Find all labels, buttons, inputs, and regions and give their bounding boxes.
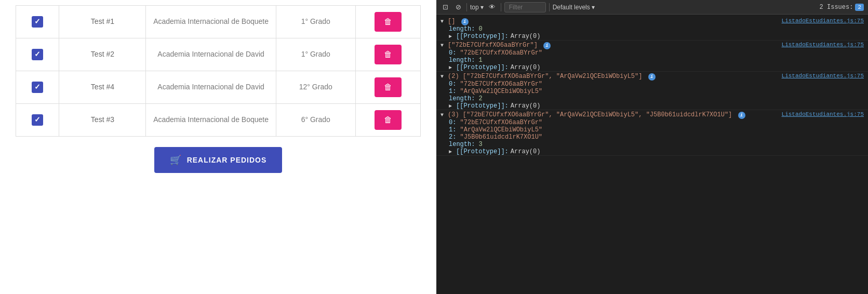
expand-arrow[interactable] (440, 43, 446, 48)
entry-label: [] i (448, 18, 469, 25)
proto-value: Array(0) (511, 148, 541, 155)
property-value: "72bE7CUfxfXO6aaBYrGr" (460, 119, 542, 126)
property-value: 3 (479, 141, 483, 148)
expand-arrow[interactable] (440, 74, 446, 79)
entry-label: (2) ["72bE7CUfxfXO6aaBYrGr", "ArQaVw2lQC… (448, 73, 656, 81)
school-name: Academia Internacional de Boquete (146, 104, 276, 137)
checkbox[interactable] (32, 16, 43, 28)
property-value: 2 (479, 95, 483, 102)
toolbar-icon-btn-2[interactable]: ⊘ (453, 2, 463, 12)
console-property: 0: "72bE7CUfxfXO6aaBYrGr" (436, 81, 868, 88)
devtools-content[interactable]: [] iListadoEstudiantes.js:75length: 0[[P… (436, 15, 868, 294)
table-row: Test #1Academia Internacional de Boquete… (16, 6, 421, 38)
grade-label: 6° Grado (276, 104, 355, 137)
property-value: 1 (479, 57, 483, 64)
source-link[interactable]: ListadoEstudiantes.js:75 (782, 18, 864, 24)
left-panel: Test #1Academia Internacional de Boquete… (0, 0, 436, 294)
issues-count: 2 (855, 4, 864, 11)
property-key: 0: (449, 49, 460, 57)
toolbar-separator-1 (466, 3, 467, 11)
source-link[interactable]: ListadoEstudiantes.js:75 (782, 42, 864, 48)
trash-icon: 🗑 (384, 115, 392, 125)
proto-value: Array(0) (511, 33, 541, 40)
proto-expand-arrow[interactable] (449, 65, 454, 71)
issues-badge: 2 Issues: 2 (820, 4, 864, 11)
entry-label: (3) ["72bE7CUfxfXO6aaBYrGr", "ArQaVw2lQC… (448, 111, 745, 119)
console-property: 0: "72bE7CUfxfXO6aaBYrGr" (436, 49, 868, 57)
console-property: length: 2 (436, 95, 868, 102)
info-icon[interactable]: i (461, 18, 469, 25)
delete-button[interactable]: 🗑 (375, 45, 402, 64)
expand-arrow[interactable] (440, 19, 446, 24)
school-name: Academia Internacional de David (146, 38, 276, 71)
default-levels-label: Default levels (553, 4, 590, 11)
console-entry: [] iListadoEstudiantes.js:75length: 0[[P… (436, 17, 868, 41)
students-table: Test #1Academia Internacional de Boquete… (16, 5, 421, 137)
top-selector[interactable]: top ▾ (470, 4, 484, 11)
delete-button[interactable]: 🗑 (375, 12, 402, 32)
property-key: length: (449, 57, 479, 64)
school-name: Academia Internacional de Boquete (146, 6, 276, 38)
console-property: [[Prototype]]: Array(0) (436, 102, 868, 110)
school-name: Academia Internacional de David (146, 71, 276, 104)
toolbar-separator-2 (501, 3, 501, 11)
top-label: top (470, 4, 479, 11)
property-key: 0: (449, 119, 460, 126)
grade-label: 1° Grado (276, 38, 355, 71)
proto-expand-arrow[interactable] (449, 149, 454, 155)
console-property: 1: "ArQaVw2lQCEbiWObiyL5" (436, 88, 868, 95)
property-key: length: (449, 95, 479, 102)
property-value: "ArQaVw2lQCEbiWObiyL5" (460, 126, 542, 133)
property-value: "J5B0b61uidcdlrK7XO1U" (460, 133, 542, 141)
info-icon[interactable]: i (648, 73, 656, 81)
console-property: [[Prototype]]: Array(0) (436, 148, 868, 155)
cart-icon: 🛒 (170, 154, 182, 166)
delete-button[interactable]: 🗑 (375, 110, 402, 130)
devtools-toolbar: ⊡ ⊘ top ▾ 👁 Default levels ▾ 2 Issues: 2 (436, 0, 868, 15)
toolbar-separator-3 (549, 3, 550, 11)
source-link[interactable]: ListadoEstudiantes.js:75 (782, 73, 864, 79)
entry-label: ["72bE7CUfxfXO6aaBYrGr"] i (448, 42, 551, 49)
property-key: 1: (449, 126, 460, 133)
default-levels-chevron: ▾ (592, 4, 595, 11)
grade-label: 12° Grado (276, 71, 355, 104)
order-button[interactable]: 🛒 REALIZAR PEDIDOS (154, 147, 283, 173)
property-key: 1: (449, 88, 460, 95)
property-value: 0 (479, 25, 483, 33)
expand-arrow[interactable] (440, 112, 446, 118)
console-entry: (3) ["72bE7CUfxfXO6aaBYrGr", "ArQaVw2lQC… (436, 110, 868, 156)
console-property: 2: "J5B0b61uidcdlrK7XO1U" (436, 133, 868, 141)
property-value: "72bE7CUfxfXO6aaBYrGr" (460, 49, 542, 57)
console-property: 0: "72bE7CUfxfXO6aaBYrGr" (436, 119, 868, 126)
eye-icon-btn[interactable]: 👁 (487, 2, 498, 12)
grade-label: 1° Grado (276, 6, 355, 38)
checkbox[interactable] (32, 114, 43, 126)
default-levels-btn[interactable]: Default levels ▾ (553, 4, 595, 11)
proto-expand-arrow[interactable] (449, 103, 454, 109)
trash-icon: 🗑 (384, 17, 392, 26)
checkbox[interactable] (32, 82, 43, 93)
source-link[interactable]: ListadoEstudiantes.js:75 (782, 111, 864, 117)
proto-expand-arrow[interactable] (449, 34, 454, 39)
proto-value: Array(0) (511, 102, 541, 110)
right-panel: ⊡ ⊘ top ▾ 👁 Default levels ▾ 2 Issues: 2… (436, 0, 868, 294)
toolbar-icon-btn-1[interactable]: ⊡ (440, 2, 450, 12)
console-property: [[Prototype]]: Array(0) (436, 33, 868, 40)
trash-icon: 🗑 (384, 50, 392, 59)
filter-input[interactable] (504, 2, 546, 12)
proto-key: [[Prototype]]: (456, 102, 509, 110)
table-row: Test #3Academia Internacional de Boquete… (16, 104, 421, 137)
checkbox[interactable] (32, 49, 43, 60)
proto-key: [[Prototype]]: (456, 148, 509, 155)
info-icon[interactable]: i (543, 42, 551, 49)
student-name: Test #1 (59, 6, 146, 38)
table-row: Test #2Academia Internacional de David1°… (16, 38, 421, 71)
chevron-down-icon: ▾ (480, 4, 484, 11)
console-entry: ["72bE7CUfxfXO6aaBYrGr"] iListadoEstudia… (436, 41, 868, 72)
trash-icon: 🗑 (384, 83, 392, 92)
info-icon[interactable]: i (738, 112, 745, 119)
student-name: Test #3 (59, 104, 146, 137)
delete-button[interactable]: 🗑 (375, 77, 402, 97)
proto-value: Array(0) (511, 64, 541, 71)
console-property: 1: "ArQaVw2lQCEbiWObiyL5" (436, 126, 868, 133)
